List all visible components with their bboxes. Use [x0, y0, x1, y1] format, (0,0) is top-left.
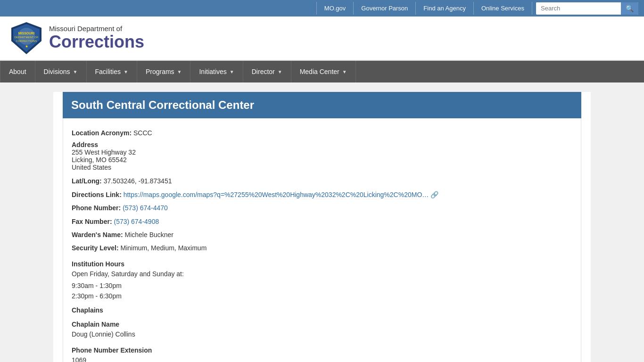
nav-media-center-label: Media Center — [300, 68, 339, 75]
topbar-link-services[interactable]: Online Services — [474, 2, 532, 15]
location-acronym-text: SCCC — [133, 129, 152, 137]
fax-row: Fax Number: (573) 674-4908 — [72, 216, 572, 227]
svg-text:CORRECTIONS: CORRECTIONS — [16, 40, 37, 42]
chaplain-name-heading: Chaplain Name — [72, 321, 572, 328]
search-button[interactable]: 🔍 — [621, 2, 638, 15]
chaplain-phone-ext-heading: Phone Number Extension — [72, 346, 572, 354]
svg-text:★: ★ — [25, 44, 28, 49]
warden-row: Warden's Name: Michele Buckner — [72, 230, 572, 240]
logo-text: Missouri Department of Corrections — [49, 25, 144, 51]
topbar-link-governor[interactable]: Governor Parson — [354, 2, 416, 15]
location-acronym-row: Location Acronym: SCCC — [72, 128, 572, 138]
chevron-down-icon: ▼ — [124, 69, 128, 74]
logo-shield-icon: MISSOURI DEPARTMENT OF CORRECTIONS ★ — [9, 21, 43, 55]
warden-value: Michele Buckner — [125, 231, 174, 239]
phone-link[interactable]: (573) 674-4470 — [123, 204, 168, 212]
chevron-down-icon: ▼ — [342, 69, 347, 74]
address-label: Address — [72, 141, 572, 148]
org-label: Corrections — [49, 33, 144, 51]
chaplains-heading: Chaplains — [72, 306, 572, 314]
chevron-down-icon: ▼ — [278, 69, 282, 74]
security-value: Minimum, Medium, Maximum — [121, 244, 207, 252]
nav-about[interactable]: About — [0, 61, 35, 82]
fax-label: Fax Number: — [72, 218, 112, 225]
content-body: Location Acronym: SCCC Address 255 West … — [63, 118, 581, 362]
site-header: MISSOURI DEPARTMENT OF CORRECTIONS ★ Mis… — [0, 16, 644, 61]
chevron-down-icon: ▼ — [73, 69, 78, 74]
page-content: South Central Correctional Center Locati… — [53, 92, 591, 362]
latlong-label: Lat/Long: — [72, 177, 102, 185]
address-block: Address 255 West Highway 32 Licking, MO … — [72, 141, 572, 171]
nav-about-label: About — [9, 68, 26, 75]
address-line3: United States — [72, 164, 572, 171]
hours-slot2: 2:30pm - 6:30pm — [72, 292, 572, 300]
security-row: Security Level: Minimum, Medium, Maximum — [72, 243, 572, 253]
directions-row: Directions Link: https://maps.google.com… — [72, 189, 572, 200]
nav-director[interactable]: Director ▼ — [243, 61, 291, 82]
fax-value: (573) 674-4908 — [114, 218, 159, 225]
nav-programs[interactable]: Programs ▼ — [137, 61, 191, 82]
nav-facilities-label: Facilities — [95, 68, 121, 75]
topbar-link-agency[interactable]: Find an Agency — [416, 2, 474, 15]
address-line2: Licking, MO 65542 — [72, 156, 572, 164]
nav-divisions[interactable]: Divisions ▼ — [35, 61, 87, 82]
hours-slot1: 9:30am - 1:30pm — [72, 282, 572, 289]
search-wrap: 🔍 — [536, 2, 638, 15]
main-nav: About Divisions ▼ Facilities ▼ Programs … — [0, 61, 644, 82]
page-title: South Central Correctional Center — [63, 92, 581, 118]
hours-intro: Open Friday, Saturday and Sunday at: — [72, 269, 572, 279]
topbar-link-mogov[interactable]: MO.gov — [316, 2, 354, 15]
warden-label: Warden's Name: — [72, 231, 123, 239]
address-line1: 255 West Highway 32 — [72, 148, 572, 156]
directions-label: Directions Link: — [72, 191, 122, 198]
directions-link[interactable]: https://maps.google.com/maps?q=%27255%20… — [124, 191, 439, 198]
nav-media-center[interactable]: Media Center ▼ — [291, 61, 356, 82]
phone-value: (573) 674-4470 — [123, 204, 168, 212]
latlong-value: 37.503246, -91.873451 — [104, 177, 172, 185]
nav-initiatives-label: Initiatives — [199, 68, 226, 75]
nav-divisions-label: Divisions — [44, 68, 70, 75]
hours-heading: Institution Hours — [72, 260, 572, 268]
location-acronym-label: Location Acronym: — [72, 129, 132, 137]
chaplain-name-value: Doug (Lonnie) Collins — [72, 329, 572, 339]
svg-text:DEPARTMENT OF: DEPARTMENT OF — [15, 36, 39, 39]
svg-text:MISSOURI: MISSOURI — [18, 32, 35, 35]
nav-programs-label: Programs — [146, 68, 174, 75]
chevron-down-icon: ▼ — [230, 69, 234, 74]
directions-link-text: https://maps.google.com/maps?q=%27255%20… — [124, 191, 429, 198]
phone-row: Phone Number: (573) 674-4470 — [72, 203, 572, 213]
security-label: Security Level: — [72, 244, 119, 252]
nav-initiatives[interactable]: Initiatives ▼ — [190, 61, 243, 82]
nav-facilities[interactable]: Facilities ▼ — [87, 61, 137, 82]
search-input[interactable] — [536, 2, 621, 14]
dept-label: Missouri Department of — [49, 25, 144, 33]
chaplain-phone-ext-value: 1069 — [72, 355, 572, 362]
nav-director-label: Director — [252, 68, 275, 75]
latlong-row: Lat/Long: 37.503246, -91.873451 — [72, 176, 572, 186]
top-bar: MO.gov Governor Parson Find an Agency On… — [0, 0, 644, 16]
logo-wrap: MISSOURI DEPARTMENT OF CORRECTIONS ★ Mis… — [9, 21, 144, 55]
fax-link[interactable]: (573) 674-4908 — [114, 218, 159, 225]
phone-label: Phone Number: — [72, 204, 121, 212]
chevron-down-icon: ▼ — [177, 69, 182, 74]
